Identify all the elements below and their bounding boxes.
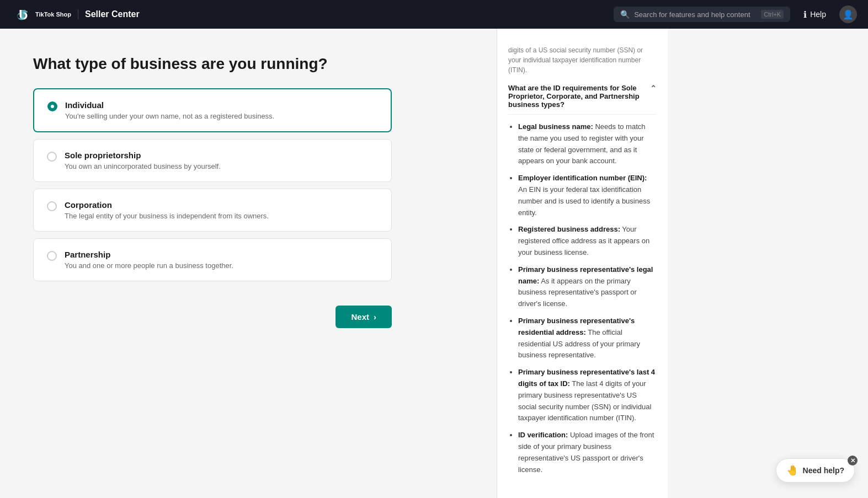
tiktok-logo-icon bbox=[11, 4, 31, 24]
option-text-individual: Individual You're selling under your own… bbox=[65, 100, 274, 120]
option-card-corporation[interactable]: Corporation The legal entity of your bus… bbox=[33, 189, 392, 232]
side-panel: digits of a US social security number (S… bbox=[497, 29, 668, 498]
help-button[interactable]: ℹ Help bbox=[797, 6, 833, 23]
faq-list-item: Legal business name: Needs to match the … bbox=[518, 121, 657, 167]
btn-row: Next › bbox=[33, 292, 392, 328]
help-icon: ℹ bbox=[803, 9, 807, 20]
option-desc-corporation: The legal entity of your business is ind… bbox=[65, 212, 269, 220]
search-shortcut: Ctrl+K bbox=[761, 10, 784, 19]
next-button-label: Next bbox=[351, 312, 369, 322]
faq-list: Legal business name: Needs to match the … bbox=[508, 121, 657, 475]
faq-item-label: Employer identification number (EIN): bbox=[518, 174, 647, 182]
option-desc-individual: You're selling under your own name, not … bbox=[65, 112, 274, 120]
faq-item-label: ID verification: bbox=[518, 431, 568, 439]
option-title-individual: Individual bbox=[65, 100, 274, 110]
avatar-icon: 👤 bbox=[843, 9, 854, 20]
main-content: What type of business are you running? I… bbox=[0, 29, 497, 498]
faq-item-label: Registered business address: bbox=[518, 225, 620, 233]
faq-list-item: Registered business address: Your regist… bbox=[518, 224, 657, 258]
faq-question-text: What are the ID requirements for Sole Pr… bbox=[508, 84, 646, 109]
topnav: TikTok Shop Seller Center 🔍 Search for f… bbox=[0, 0, 868, 29]
side-panel-scroll-text: digits of a US social security number (S… bbox=[508, 40, 657, 75]
page-wrapper: What type of business are you running? I… bbox=[0, 29, 868, 498]
need-help-close-button[interactable]: ✕ bbox=[848, 456, 858, 465]
option-text-partnership: Partnership You and one or more people r… bbox=[65, 250, 233, 270]
faq-list-item: ID verification: Upload images of the fr… bbox=[518, 430, 657, 475]
page-title: What type of business are you running? bbox=[33, 55, 464, 73]
need-help-bubble[interactable]: ✕ 🤚 Need help? bbox=[776, 458, 855, 483]
option-card-sole-proprietorship[interactable]: Sole proprietorship You own an unincorpo… bbox=[33, 139, 392, 182]
option-card-partnership[interactable]: Partnership You and one or more people r… bbox=[33, 238, 392, 281]
faq-body: Legal business name: Needs to match the … bbox=[508, 115, 657, 475]
next-button[interactable]: Next › bbox=[336, 306, 392, 328]
search-bar-placeholder: Search for features and help content bbox=[634, 10, 757, 19]
option-title-corporation: Corporation bbox=[65, 200, 269, 210]
faq-list-item: Primary business representative's reside… bbox=[518, 315, 657, 361]
chevron-up-icon: ⌃ bbox=[650, 84, 657, 93]
faq-list-item: Employer identification number (EIN): An… bbox=[518, 173, 657, 218]
option-text-corporation: Corporation The legal entity of your bus… bbox=[65, 200, 269, 220]
user-avatar[interactable]: 👤 bbox=[839, 6, 857, 23]
next-arrow-icon: › bbox=[374, 312, 376, 322]
tiktok-shop-label: TikTok Shop bbox=[35, 11, 71, 18]
help-label: Help bbox=[810, 10, 826, 19]
option-title-partnership: Partnership bbox=[65, 250, 233, 259]
wave-icon: 🤚 bbox=[786, 464, 798, 476]
seller-center-label: Seller Center bbox=[78, 9, 140, 19]
option-text-sole-proprietorship: Sole proprietorship You own an unincorpo… bbox=[65, 151, 221, 170]
radio-corporation[interactable] bbox=[47, 201, 57, 211]
option-title-sole-proprietorship: Sole proprietorship bbox=[65, 151, 221, 160]
option-desc-sole-proprietorship: You own an unincorporated business by yo… bbox=[65, 162, 221, 170]
search-icon: 🔍 bbox=[620, 10, 630, 19]
radio-sole-proprietorship[interactable] bbox=[47, 152, 57, 162]
radio-partnership[interactable] bbox=[47, 251, 57, 261]
faq-list-item: Primary business representative's last 4… bbox=[518, 367, 657, 424]
option-desc-partnership: You and one or more people run a busines… bbox=[65, 261, 233, 270]
faq-item-sole-prop: What are the ID requirements for Sole Pr… bbox=[508, 84, 657, 475]
faq-list-item: Primary business representative's legal … bbox=[518, 264, 657, 310]
options-container: Individual You're selling under your own… bbox=[33, 88, 464, 281]
need-help-label: Need help? bbox=[803, 466, 844, 475]
search-bar[interactable]: 🔍 Search for features and help content C… bbox=[614, 7, 790, 22]
faq-item-text: An EIN is your federal tax identificatio… bbox=[518, 185, 650, 217]
option-card-individual[interactable]: Individual You're selling under your own… bbox=[33, 88, 392, 132]
radio-individual[interactable] bbox=[47, 101, 57, 111]
faq-question[interactable]: What are the ID requirements for Sole Pr… bbox=[508, 84, 657, 115]
faq-item-label: Legal business name: bbox=[518, 122, 593, 131]
logo[interactable]: TikTok Shop Seller Center bbox=[11, 4, 140, 24]
